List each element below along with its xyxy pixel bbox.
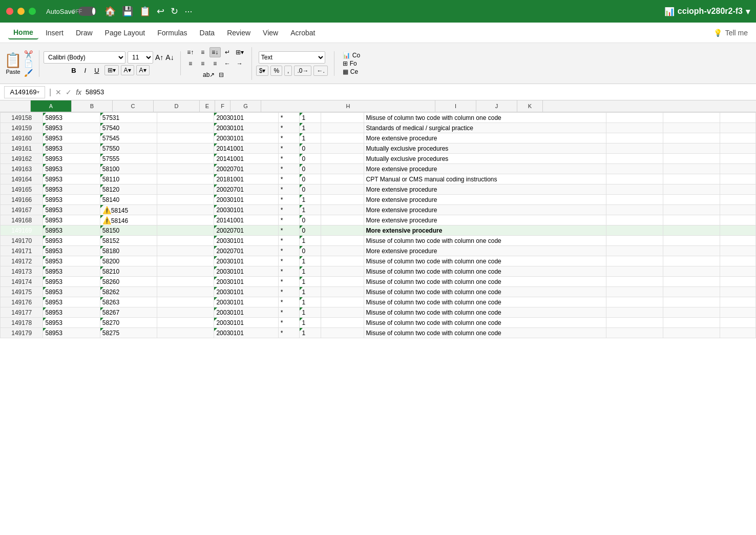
- cell-k[interactable]: [720, 123, 756, 133]
- cell-h[interactable]: Misuse of column two code with column on…: [364, 287, 606, 297]
- cell-d[interactable]: 20020701: [214, 164, 278, 174]
- confirm-formula-icon[interactable]: ✓: [66, 88, 72, 96]
- cell-d[interactable]: 20030101: [214, 297, 278, 307]
- cell-b[interactable]: 58275: [100, 328, 157, 338]
- cell-h[interactable]: Misuse of column two code with column on…: [364, 236, 606, 246]
- col-header-e[interactable]: E: [200, 100, 215, 112]
- orient-button[interactable]: ab↗: [203, 70, 215, 80]
- cell-j[interactable]: [663, 307, 720, 318]
- menu-view[interactable]: View: [258, 27, 283, 39]
- cell-f[interactable]: 1: [300, 297, 321, 307]
- cell-k[interactable]: [720, 266, 756, 277]
- cell-a[interactable]: 58953: [43, 307, 100, 318]
- cell-f[interactable]: 0: [300, 174, 321, 184]
- cell-e[interactable]: *: [278, 195, 300, 205]
- cell-g[interactable]: [321, 113, 364, 123]
- redo-icon[interactable]: ↻: [171, 6, 178, 17]
- cell-k[interactable]: [720, 225, 756, 236]
- cell-f[interactable]: 1: [300, 205, 321, 215]
- cell-c[interactable]: [157, 215, 214, 225]
- cell-c[interactable]: [157, 236, 214, 246]
- cell-h[interactable]: Standards of medical / surgical practice: [364, 123, 606, 133]
- cell-h[interactable]: Misuse of column two code with column on…: [364, 318, 606, 328]
- cell-g[interactable]: [321, 287, 364, 297]
- table-row[interactable]: 149165589535812020020701*0More extensive…: [1, 184, 756, 195]
- cell-i[interactable]: [606, 297, 663, 307]
- cell-g[interactable]: [321, 318, 364, 328]
- cell-f[interactable]: 0: [300, 246, 321, 256]
- table-row[interactable]: 149170589535815220030101*1Misuse of colu…: [1, 236, 756, 246]
- paste-button[interactable]: 📋 Paste: [4, 52, 22, 75]
- underline-button[interactable]: U: [91, 66, 102, 75]
- font-shrink-button[interactable]: A↓: [165, 53, 174, 61]
- cell-b[interactable]: 57550: [100, 143, 157, 154]
- cell-f[interactable]: 1: [300, 113, 321, 123]
- font-grow-button[interactable]: A↑: [155, 53, 163, 61]
- cell-e[interactable]: *: [278, 287, 300, 297]
- cell-b[interactable]: ⚠️58145: [100, 205, 157, 215]
- format-as-table-button[interactable]: ⊞ Fo: [343, 60, 360, 67]
- cell-c[interactable]: [157, 287, 214, 297]
- cell-e[interactable]: *: [278, 143, 300, 154]
- cell-f[interactable]: 1: [300, 287, 321, 297]
- dec-increase-button[interactable]: .0→: [294, 66, 311, 76]
- italic-button[interactable]: I: [81, 66, 90, 75]
- cell-f[interactable]: 0: [300, 184, 321, 195]
- table-row[interactable]: 149171589535818020020701*0More extensive…: [1, 246, 756, 256]
- cell-e[interactable]: *: [278, 174, 300, 184]
- cell-e[interactable]: *: [278, 318, 300, 328]
- cell-d[interactable]: 20030101: [214, 318, 278, 328]
- cancel-formula-icon[interactable]: ✕: [55, 88, 61, 96]
- align-middle-button[interactable]: ≡: [197, 47, 208, 57]
- cell-k[interactable]: [720, 205, 756, 215]
- autosave-switch[interactable]: OFF: [78, 7, 96, 16]
- col-header-h[interactable]: H: [261, 100, 435, 112]
- close-button[interactable]: [6, 8, 13, 15]
- cell-a[interactable]: 58953: [43, 174, 100, 184]
- cell-a[interactable]: 58953: [43, 256, 100, 266]
- cell-k[interactable]: [720, 215, 756, 225]
- table-row[interactable]: 149176589535826320030101*1Misuse of colu…: [1, 297, 756, 307]
- cell-d[interactable]: 20141001: [214, 143, 278, 154]
- cell-a[interactable]: 58953: [43, 215, 100, 225]
- indent-increase-button[interactable]: →: [234, 58, 245, 69]
- minimize-button[interactable]: [17, 8, 25, 15]
- comma-button[interactable]: ,: [284, 66, 292, 76]
- cell-b[interactable]: 57540: [100, 123, 157, 133]
- undo-icon[interactable]: ↩: [157, 6, 164, 17]
- table-row[interactable]: 149164589535811020181001*0CPT Manual or …: [1, 174, 756, 184]
- cell-h[interactable]: More extensive procedure: [364, 215, 606, 225]
- cell-f[interactable]: 0: [300, 215, 321, 225]
- cell-e[interactable]: *: [278, 113, 300, 123]
- align-top-button[interactable]: ≡↑: [185, 47, 196, 57]
- more-icon[interactable]: ···: [184, 6, 192, 17]
- cell-d[interactable]: 20030101: [214, 123, 278, 133]
- cell-f[interactable]: 0: [300, 164, 321, 174]
- cell-i[interactable]: [606, 184, 663, 195]
- cell-b[interactable]: 58210: [100, 266, 157, 277]
- cell-k[interactable]: [720, 184, 756, 195]
- fill-button[interactable]: ⊟: [216, 70, 227, 80]
- table-row[interactable]: 149174589535826020030101*1Misuse of colu…: [1, 277, 756, 287]
- cell-b[interactable]: 58270: [100, 318, 157, 328]
- cell-g[interactable]: [321, 215, 364, 225]
- cell-g[interactable]: [321, 123, 364, 133]
- cell-i[interactable]: [606, 113, 663, 123]
- corner-cell[interactable]: [0, 100, 31, 112]
- col-header-a[interactable]: A: [31, 100, 72, 112]
- cell-a[interactable]: 58953: [43, 225, 100, 236]
- cell-c[interactable]: [157, 256, 214, 266]
- row-number[interactable]: 149173: [1, 266, 43, 277]
- cell-c[interactable]: [157, 174, 214, 184]
- cell-d[interactable]: 20030101: [214, 328, 278, 338]
- cell-h[interactable]: Misuse of column two code with column on…: [364, 277, 606, 287]
- cell-c[interactable]: [157, 195, 214, 205]
- font-color-button[interactable]: A▾: [136, 65, 150, 75]
- cell-h[interactable]: More extensive procedure: [364, 246, 606, 256]
- row-number[interactable]: 149175: [1, 287, 43, 297]
- cell-a[interactable]: 58953: [43, 184, 100, 195]
- row-number[interactable]: 149163: [1, 164, 43, 174]
- cell-c[interactable]: [157, 184, 214, 195]
- cell-k[interactable]: [720, 236, 756, 246]
- cell-c[interactable]: [157, 133, 214, 143]
